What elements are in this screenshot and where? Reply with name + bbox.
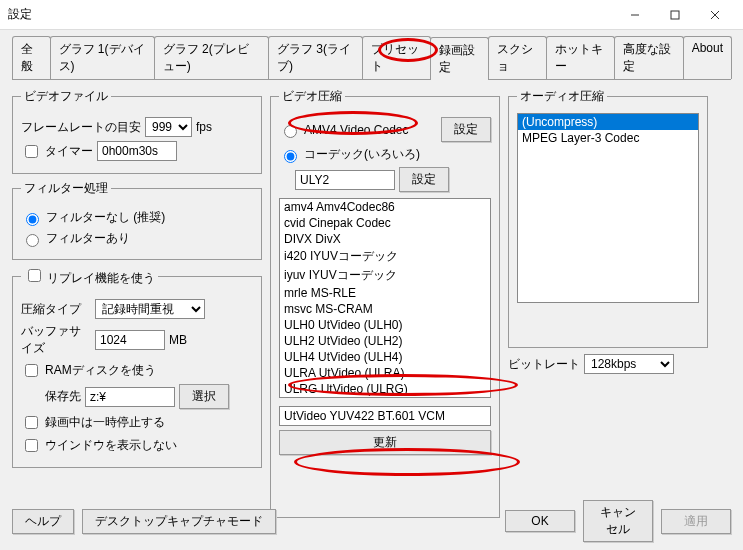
codec-item[interactable]: ULRA UtVideo (ULRA) [280,365,490,381]
tab-5[interactable]: 録画設定 [430,37,489,80]
codec-settings-button[interactable]: 設定 [399,167,449,192]
timer-input[interactable] [97,141,177,161]
fps-label: fps [196,120,212,134]
codec-item[interactable]: DIVX DivX [280,231,490,247]
ramdisk-checkbox[interactable] [25,364,38,377]
codec-item[interactable]: iyuv IYUVコーデック [280,266,490,285]
codec-list[interactable]: amv4 Amv4Codec86cvid Cinepak CodecDIVX D… [279,198,491,398]
timer-checkbox[interactable] [25,145,38,158]
amv4-label: AMV4 Video Codec [304,123,437,137]
framerate-select[interactable]: 999 [145,117,192,137]
videocomp-group: ビデオ圧縮 AMV4 Video Codec 設定 コーデック(いろいろ) 設定… [270,88,500,518]
ramdisk-label: RAMディスクを使う [45,362,156,379]
audiocomp-legend: オーディオ圧縮 [517,88,607,105]
buffer-label: バッファサイズ [21,323,91,357]
help-button[interactable]: ヘルプ [12,509,74,534]
codec-short-input[interactable] [295,170,395,190]
audio-item[interactable]: MPEG Layer-3 Codec [518,130,698,146]
apply-button[interactable]: 適用 [661,509,731,534]
filter-legend: フィルター処理 [21,180,111,197]
codec-item[interactable]: ULH0 UtVideo (ULH0) [280,317,490,333]
window-checkbox[interactable] [25,439,38,452]
tab-4[interactable]: プリセット [362,36,431,79]
compress-label: 圧縮タイプ [21,301,91,318]
svg-rect-1 [671,11,679,19]
filter-none-label: フィルターなし (推奨) [46,209,165,226]
codec-item[interactable]: ULRG UtVideo (ULRG) [280,381,490,397]
close-button[interactable] [695,2,735,28]
minimize-button[interactable] [615,2,655,28]
tab-2[interactable]: グラフ 2(プレビュー) [154,36,269,79]
tab-6[interactable]: スクショ [488,36,547,79]
tab-8[interactable]: 高度な設定 [614,36,683,79]
tab-content: ビデオファイル フレームレートの目安 999 fps タイマー フィルター処理 … [0,80,743,526]
codec-item[interactable]: ULY0 UtVideo (ULY0) [280,397,490,398]
title-bar: 設定 [0,0,743,30]
tab-7[interactable]: ホットキー [546,36,615,79]
replay-checkbox[interactable] [28,269,41,282]
codec-item[interactable]: mrle MS-RLE [280,285,490,301]
framerate-label: フレームレートの目安 [21,119,141,136]
videofile-legend: ビデオファイル [21,88,111,105]
replay-legend: リプレイ機能を使う [47,271,155,285]
codec-radio[interactable] [284,150,297,163]
codec-item[interactable]: ULH4 UtVideo (ULH4) [280,349,490,365]
replay-group: リプレイ機能を使う 圧縮タイプ 記録時間重視 バッファサイズ MB RAMディス… [12,266,262,468]
filter-none-radio[interactable] [26,213,39,226]
videofile-group: ビデオファイル フレームレートの目安 999 fps タイマー [12,88,262,174]
compress-select[interactable]: 記録時間重視 [95,299,205,319]
bitrate-select[interactable]: 128kbps [584,354,674,374]
timer-label: タイマー [45,143,93,160]
pause-checkbox[interactable] [25,416,38,429]
bitrate-label: ビットレート [508,356,580,373]
update-button[interactable]: 更新 [279,430,491,455]
amv4-settings-button[interactable]: 設定 [441,117,491,142]
amv4-radio[interactable] [284,125,297,138]
tab-9[interactable]: About [683,36,732,79]
window-title: 設定 [8,6,615,23]
maximize-button[interactable] [655,2,695,28]
browse-button[interactable]: 選択 [179,384,229,409]
codec-item[interactable]: msvc MS-CRAM [280,301,490,317]
cancel-button[interactable]: キャンセル [583,500,653,542]
filter-with-radio[interactable] [26,234,39,247]
audiocomp-group: オーディオ圧縮 (Uncompress)MPEG Layer-3 Codec [508,88,708,348]
videocomp-legend: ビデオ圧縮 [279,88,345,105]
pause-label: 録画中は一時停止する [45,414,165,431]
audio-item[interactable]: (Uncompress) [518,114,698,130]
savepath-label: 保存先 [21,388,81,405]
savepath-input[interactable] [85,387,175,407]
window-label: ウインドウを表示しない [45,437,177,454]
codec-item[interactable]: amv4 Amv4Codec86 [280,199,490,215]
tab-1[interactable]: グラフ 1(デバイス) [50,36,155,79]
mb-label: MB [169,333,187,347]
filter-with-label: フィルターあり [46,230,130,247]
desktop-capture-button[interactable]: デスクトップキャプチャモード [82,509,276,534]
filter-group: フィルター処理 フィルターなし (推奨) フィルターあり [12,180,262,260]
codec-label: コーデック(いろいろ) [304,146,420,163]
tab-bar: 全般グラフ 1(デバイス)グラフ 2(プレビュー)グラフ 3(ライブ)プリセット… [0,30,743,79]
ok-button[interactable]: OK [505,510,575,532]
bottom-bar: ヘルプ デスクトップキャプチャモード OK キャンセル 適用 [12,500,731,542]
audio-list[interactable]: (Uncompress)MPEG Layer-3 Codec [517,113,699,303]
codec-full-input[interactable] [279,406,491,426]
tab-0[interactable]: 全般 [12,36,51,79]
codec-item[interactable]: i420 IYUVコーデック [280,247,490,266]
codec-item[interactable]: ULH2 UtVideo (ULH2) [280,333,490,349]
codec-item[interactable]: cvid Cinepak Codec [280,215,490,231]
tab-3[interactable]: グラフ 3(ライブ) [268,36,363,79]
buffer-input[interactable] [95,330,165,350]
